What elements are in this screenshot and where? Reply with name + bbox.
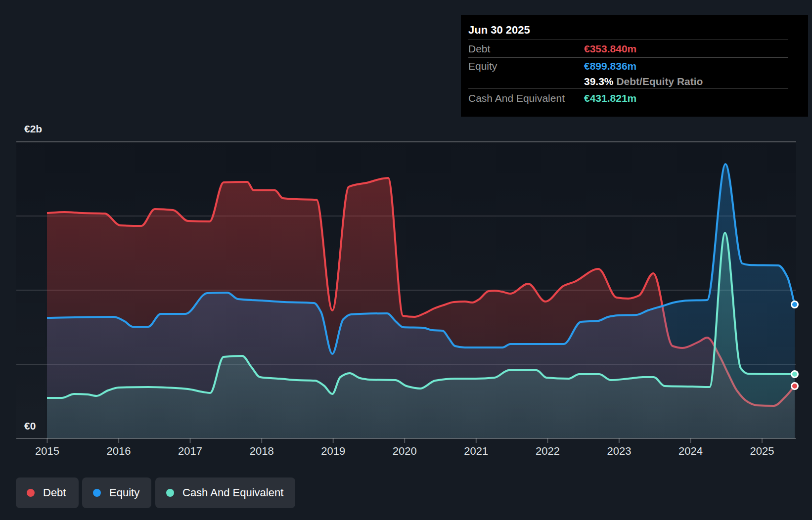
svg-text:2018: 2018	[250, 445, 274, 457]
svg-text:2024: 2024	[678, 445, 703, 457]
svg-text:2019: 2019	[321, 445, 345, 457]
svg-text:€2b: €2b	[24, 123, 42, 134]
svg-text:2020: 2020	[393, 445, 417, 457]
svg-text:2017: 2017	[178, 445, 202, 457]
svg-text:2023: 2023	[607, 445, 631, 457]
svg-text:2015: 2015	[35, 445, 59, 457]
svg-text:2016: 2016	[107, 445, 131, 457]
svg-text:2021: 2021	[464, 445, 488, 457]
svg-text:2025: 2025	[750, 445, 774, 457]
svg-text:2022: 2022	[536, 445, 560, 457]
svg-text:€0: €0	[24, 420, 36, 432]
